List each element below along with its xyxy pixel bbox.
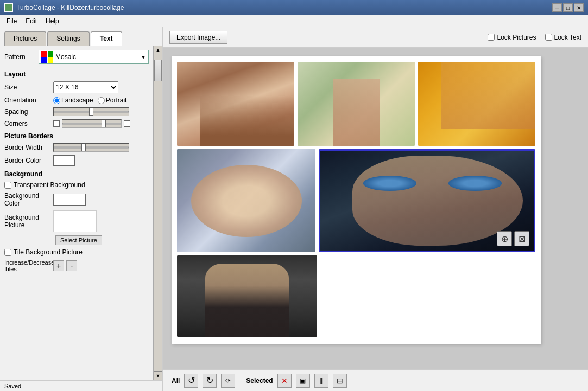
bg-color-row: Background Color bbox=[4, 192, 149, 207]
corners-checkbox-right[interactable] bbox=[124, 120, 130, 127]
corners-row: Corners bbox=[4, 119, 149, 128]
layout-header: Layout bbox=[4, 70, 149, 78]
border-width-label: Border Width bbox=[4, 144, 53, 151]
maximize-button[interactable]: □ bbox=[563, 3, 573, 12]
photo-cell-selected[interactable]: ⊕ ⊠ bbox=[319, 149, 535, 252]
pattern-icon-b bbox=[41, 57, 47, 63]
delete-button[interactable]: ✕ bbox=[277, 374, 292, 388]
landscape-label: Landscape bbox=[61, 97, 93, 104]
landscape-radio[interactable] bbox=[53, 97, 60, 104]
border-color-label: Border Color bbox=[4, 157, 53, 164]
tile-bg-label: Tile Background Picture bbox=[14, 248, 83, 256]
bg-picture-row: Background Picture bbox=[4, 210, 149, 232]
split-h-button[interactable]: ⊟ bbox=[333, 374, 347, 388]
orientation-radio-group: Landscape Portrait bbox=[53, 97, 127, 104]
photo-cell-4[interactable] bbox=[177, 149, 315, 252]
decrease-button[interactable]: - bbox=[66, 260, 77, 271]
bg-color-label: Background Color bbox=[4, 192, 53, 207]
mid-row: ⊕ ⊠ bbox=[177, 149, 535, 252]
tab-pictures[interactable]: Pictures bbox=[4, 31, 46, 46]
tab-text[interactable]: Text bbox=[91, 31, 122, 46]
flip-button[interactable]: ⟳ bbox=[221, 374, 235, 388]
pattern-select[interactable]: Mosaic ▼ bbox=[39, 50, 149, 64]
main-layout: Pictures Settings Text Pattern M bbox=[0, 27, 588, 391]
menu-edit[interactable]: Edit bbox=[21, 16, 41, 26]
bot-row bbox=[177, 255, 535, 337]
border-color-row: Border Color bbox=[4, 155, 149, 166]
inc-dec-controls: + - bbox=[53, 260, 77, 271]
status-text: Saved bbox=[4, 383, 21, 389]
select-picture-button[interactable]: Select Picture bbox=[55, 235, 102, 245]
inc-dec-row: Increase/Decrease Tiles + - bbox=[4, 259, 149, 272]
photo-cell-1[interactable] bbox=[177, 62, 294, 146]
size-select[interactable]: 12 X 16 8 X 10 10 X 8 bbox=[53, 81, 118, 93]
panel-scroll-content: Pattern Mosaic ▼ Layout bbox=[0, 46, 153, 380]
inc-dec-label: Increase/Decrease Tiles bbox=[4, 259, 53, 272]
titlebar: TurboCollage - KillDozer.turbocollage ─ … bbox=[0, 0, 588, 15]
scroll-down-button[interactable]: ▼ bbox=[154, 371, 162, 380]
border-color-picker[interactable] bbox=[53, 155, 75, 166]
tile-bg-checkbox[interactable] bbox=[4, 249, 11, 256]
border-width-slider[interactable] bbox=[53, 143, 129, 152]
right-panel: Export Image... Lock Pictures Lock Text bbox=[163, 27, 588, 391]
scrollbar-track[interactable] bbox=[154, 54, 162, 371]
inner-panel: Pattern Mosaic ▼ Layout bbox=[0, 46, 162, 380]
size-row: Size 12 X 16 8 X 10 10 X 8 bbox=[4, 81, 149, 93]
photo-cell-3[interactable] bbox=[418, 62, 535, 146]
lock-pictures-label: Lock Pictures bbox=[497, 34, 536, 41]
pattern-icon-r bbox=[41, 51, 47, 57]
pattern-row: Pattern Mosaic ▼ bbox=[4, 50, 149, 64]
tab-settings[interactable]: Settings bbox=[47, 31, 89, 46]
orientation-row: Orientation Landscape Portrait bbox=[4, 97, 149, 104]
menu-file[interactable]: File bbox=[2, 16, 21, 26]
transparent-bg-row: Transparent Background bbox=[4, 181, 149, 189]
photo-cell-5[interactable] bbox=[177, 255, 317, 337]
close-button[interactable]: ✕ bbox=[574, 3, 584, 12]
tab-bar: Pictures Settings Text bbox=[0, 27, 162, 46]
selected-label: Selected bbox=[246, 377, 273, 384]
tile-bg-row: Tile Background Picture bbox=[4, 248, 149, 256]
titlebar-title: TurboCollage - KillDozer.turbocollage bbox=[16, 4, 124, 11]
lock-text-checkbox[interactable] bbox=[545, 34, 552, 41]
menu-help[interactable]: Help bbox=[41, 16, 64, 26]
export-button[interactable]: Export Image... bbox=[169, 31, 227, 44]
rotate-cw-button[interactable]: ↻ bbox=[203, 374, 217, 388]
minimize-button[interactable]: ─ bbox=[552, 3, 562, 12]
corners-slider[interactable] bbox=[62, 119, 122, 128]
lock-text-group: Lock Text bbox=[545, 34, 581, 41]
pattern-dropdown-icon: ▼ bbox=[141, 54, 146, 60]
pattern-icon bbox=[41, 51, 53, 63]
top-toolbar: Export Image... Lock Pictures Lock Text bbox=[163, 27, 588, 48]
transparent-bg-checkbox[interactable] bbox=[4, 182, 11, 189]
lock-pictures-checkbox[interactable] bbox=[488, 34, 495, 41]
bg-color-picker[interactable] bbox=[53, 194, 86, 206]
titlebar-controls[interactable]: ─ □ ✕ bbox=[552, 3, 584, 12]
photo-cell-2[interactable] bbox=[298, 62, 415, 146]
landscape-radio-label: Landscape bbox=[53, 97, 93, 104]
corners-checkbox-left[interactable] bbox=[53, 120, 60, 127]
bottom-toolbar: All ↺ ↻ ⟳ Selected ✕ ▣ ||| ⊟ bbox=[163, 369, 588, 391]
border-width-row: Border Width bbox=[4, 143, 149, 152]
titlebar-left: TurboCollage - KillDozer.turbocollage bbox=[4, 3, 124, 12]
size-label: Size bbox=[4, 84, 53, 91]
increase-button[interactable]: + bbox=[53, 260, 64, 271]
scroll-up-button[interactable]: ▲ bbox=[154, 46, 162, 54]
scrollbar[interactable]: ▲ ▼ bbox=[153, 46, 162, 380]
photo-move-button[interactable]: ⊕ bbox=[497, 231, 512, 246]
portrait-radio[interactable] bbox=[98, 97, 105, 104]
picture-borders-header: Picture Borders bbox=[4, 132, 149, 140]
app-icon bbox=[4, 3, 13, 12]
photo-placeholder-empty bbox=[320, 255, 535, 337]
corners-controls bbox=[53, 119, 130, 128]
statusbar: Saved bbox=[0, 380, 162, 391]
select-picture-row: Select Picture bbox=[7, 235, 149, 245]
rotate-ccw-button[interactable]: ↺ bbox=[184, 374, 198, 388]
corners-label: Corners bbox=[4, 120, 53, 127]
spacing-slider[interactable] bbox=[53, 107, 129, 116]
photo-overlay: ⊕ ⊠ bbox=[497, 231, 529, 246]
scrollbar-thumb[interactable] bbox=[154, 60, 162, 81]
fit-button[interactable]: ▣ bbox=[296, 374, 310, 388]
lock-text-label: Lock Text bbox=[554, 34, 581, 41]
split-v-button[interactable]: ||| bbox=[314, 374, 328, 388]
photo-remove-button[interactable]: ⊠ bbox=[514, 231, 529, 246]
